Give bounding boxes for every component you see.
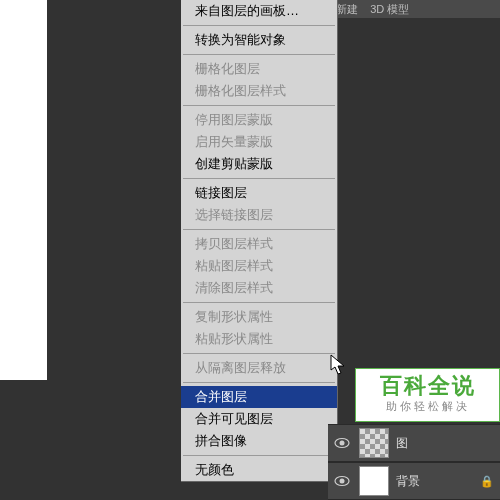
menu-item: 从隔离图层释放 <box>181 357 337 379</box>
eye-icon <box>334 437 350 449</box>
menu-separator <box>183 105 335 106</box>
menu-item: 拷贝图层样式 <box>181 233 337 255</box>
canvas-area[interactable] <box>0 0 47 380</box>
watermark: 百科全说 助你轻松解决 <box>355 368 500 422</box>
menu-separator <box>183 382 335 383</box>
menu-separator <box>183 25 335 26</box>
watermark-subtitle: 助你轻松解决 <box>356 399 499 414</box>
layer-thumbnail[interactable] <box>359 428 389 458</box>
menu-item: 复制形状属性 <box>181 306 337 328</box>
menu-item: 粘贴图层样式 <box>181 255 337 277</box>
menu-item: 启用矢量蒙版 <box>181 131 337 153</box>
menu-item[interactable]: 创建剪贴蒙版 <box>181 153 337 175</box>
layer-name[interactable]: 背景 <box>392 473 480 490</box>
menu-item: 选择链接图层 <box>181 204 337 226</box>
layer-thumbnail[interactable] <box>359 466 389 496</box>
layers-panel[interactable]: 图 背景 🔒 <box>328 424 500 500</box>
layer-context-menu[interactable]: 来自图层的画板…转换为智能对象栅格化图层栅格化图层样式停用图层蒙版启用矢量蒙版创… <box>181 0 338 482</box>
eye-icon <box>334 475 350 487</box>
layer-row[interactable]: 背景 🔒 <box>328 462 500 500</box>
svg-point-3 <box>340 479 345 484</box>
panel-header: 新建 3D 模型 <box>328 0 500 18</box>
menu-item: 停用图层蒙版 <box>181 109 337 131</box>
new-label[interactable]: 新建 <box>336 3 358 15</box>
menu-item: 栅格化图层 <box>181 58 337 80</box>
menu-item[interactable]: 来自图层的画板… <box>181 0 337 22</box>
watermark-title: 百科全说 <box>356 373 499 399</box>
menu-item[interactable]: 链接图层 <box>181 182 337 204</box>
visibility-toggle[interactable] <box>328 437 356 449</box>
menu-separator <box>183 302 335 303</box>
menu-item[interactable]: 合并图层 <box>181 386 337 408</box>
menu-item: 清除图层样式 <box>181 277 337 299</box>
visibility-toggle[interactable] <box>328 475 356 487</box>
model-tab[interactable]: 3D 模型 <box>370 3 409 15</box>
layer-row[interactable]: 图 <box>328 424 500 462</box>
lock-icon: 🔒 <box>480 475 500 488</box>
menu-item: 栅格化图层样式 <box>181 80 337 102</box>
menu-separator <box>183 178 335 179</box>
svg-point-1 <box>340 441 345 446</box>
menu-item[interactable]: 转换为智能对象 <box>181 29 337 51</box>
layer-name[interactable]: 图 <box>392 435 500 452</box>
menu-separator <box>183 353 335 354</box>
menu-item: 粘贴形状属性 <box>181 328 337 350</box>
menu-item[interactable]: 无颜色 <box>181 459 337 481</box>
menu-separator <box>183 455 335 456</box>
menu-item[interactable]: 拼合图像 <box>181 430 337 452</box>
menu-separator <box>183 229 335 230</box>
menu-item[interactable]: 合并可见图层 <box>181 408 337 430</box>
menu-separator <box>183 54 335 55</box>
